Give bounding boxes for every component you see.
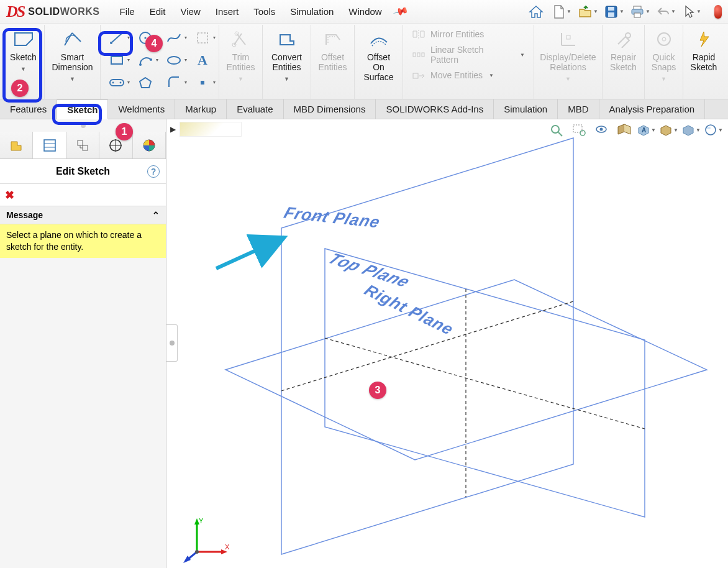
svg-rect-37 [83,145,88,150]
save-button[interactable]: ▼ [603,2,626,21]
tab-simulation[interactable]: Simulation [494,99,558,119]
slot-tool[interactable]: ▾ [103,72,130,93]
print-button[interactable]: ▼ [629,2,652,21]
offset-surface-icon [366,27,392,51]
svg-rect-5 [634,13,640,17]
offset-label: Offset Entities [319,52,347,72]
svg-rect-20 [201,81,204,85]
svg-point-68 [195,550,199,554]
flyout-rail[interactable] [166,324,178,362]
select-button[interactable]: ▼ [681,2,704,21]
graphics-viewport[interactable]: ▶ A▼ ▼ ▼ ▼ Front Plane Top Pla [166,119,728,568]
cursor-icon [684,5,695,19]
polygon-tool[interactable] [132,72,159,93]
svg-rect-16 [110,80,124,86]
svg-point-32 [662,37,666,41]
section-view-button[interactable] [614,121,634,139]
tab-analysis-preparation[interactable]: Analysis Preparation [599,99,706,119]
spline-tool[interactable]: ▾ [160,27,188,48]
menu-bar: DS SOLIDWORKS File Edit View Insert Tool… [0,0,728,24]
undo-button[interactable]: ▼ [655,2,678,21]
svg-line-6 [111,33,122,43]
arc-tool[interactable]: ▾ [132,50,159,71]
smart-dimension-group[interactable]: Smart Dimension ▼ [45,25,101,99]
annotation-badge-1: 1 [116,123,133,140]
point-tool[interactable]: ▾ [189,72,216,93]
menu-file[interactable]: File [113,4,140,19]
rapid-sketch-group[interactable]: Rapid Sketch [683,25,724,99]
open-button[interactable]: ▼ [576,2,600,21]
svg-text:A: A [642,127,646,134]
sketch-label: Sketch [10,52,37,62]
menu-tools[interactable]: Tools [247,4,281,19]
menu-insert[interactable]: Insert [209,4,245,19]
chevron-down-icon: ▼ [70,76,75,82]
zoom-fit-button[interactable] [547,121,566,139]
rectangle-tool[interactable]: ▾ [103,50,130,71]
zoom-area-button[interactable] [569,121,589,139]
chevron-down-icon: ▼ [284,76,289,82]
display-relations-group: Display/Delete Relations ▼ [534,25,603,99]
menu-view[interactable]: View [175,4,207,19]
ribbon-tabs: Features Sketch Weldments Markup Evaluat… [0,99,728,119]
rapid-sketch-icon [691,27,717,51]
linear-pattern: Linear Sketch Pattern ▼ [412,45,525,65]
menu-window[interactable]: Window [342,4,388,19]
relations-icon [555,27,581,51]
expand-tree-icon[interactable]: ▶ [170,125,176,134]
menu-edit[interactable]: Edit [143,4,172,19]
home-button[interactable] [524,2,548,21]
quick-snaps-label: Quick Snaps [652,52,676,72]
side-tab-property-manager[interactable] [33,132,66,158]
tab-mbd-dimensions[interactable]: MBD Dimensions [284,99,376,119]
line-tool[interactable]: ▾ [103,27,130,48]
tab-weldments[interactable]: Weldments [108,99,175,119]
offset-icon [320,27,346,51]
panel-grip-icon[interactable] [81,123,86,128]
view-orientation-button[interactable]: A▼ [636,121,656,139]
svg-rect-36 [78,140,83,145]
quick-snaps-group: Quick Snaps ▼ [645,25,683,99]
appearance-button[interactable]: ▼ [703,121,723,139]
message-header[interactable]: Message ⌃ [0,206,166,224]
hide-show-button[interactable]: ▼ [681,121,701,139]
part-swatch [180,122,242,137]
convert-entities-group[interactable]: Convert Entities ▼ [263,25,311,99]
help-icon[interactable]: ? [147,165,160,178]
tab-markup[interactable]: Markup [175,99,227,119]
chevron-down-icon: ▼ [20,66,26,72]
close-icon[interactable]: ✖ [5,188,14,202]
menu-simulation[interactable]: Simulation [284,4,340,19]
side-tab-config[interactable] [66,132,99,158]
svg-rect-25 [422,53,424,57]
offset-entities-group: Offset Entities [311,25,355,99]
tab-sketch[interactable]: Sketch [57,99,108,119]
side-tab-feature-tree[interactable] [0,132,33,158]
viewport-toolbar: A▼ ▼ ▼ ▼ [547,121,723,139]
chevron-down-icon: ▾ [213,80,216,85]
status-indicator [714,5,722,19]
tab-evaluate[interactable]: Evaluate [227,99,283,119]
chevron-down-icon: ▾ [184,57,187,63]
offset-on-surface-group[interactable]: Offset On Surface [355,25,403,99]
viewport-breadcrumb: ▶ [170,122,242,137]
tab-features[interactable]: Features [0,99,57,119]
new-button[interactable]: ▼ [550,2,574,21]
svg-text:X: X [225,543,230,551]
chevron-down-icon: ▼ [661,76,667,82]
orientation-triad[interactable]: Y X [181,515,231,564]
side-tab-appearances[interactable] [133,132,166,158]
previous-view-button[interactable] [591,121,611,139]
quick-access-toolbar: ▼ ▼ ▼ ▼ ▼ [524,2,722,21]
svg-rect-11 [198,33,207,43]
fillet-tool[interactable]: ▾ [160,72,188,93]
tab-mbd[interactable]: MBD [558,99,599,119]
ellipse-tool[interactable]: ▾ [160,50,188,71]
display-style-button[interactable]: ▼ [658,121,678,139]
plane-tool[interactable]: ▾ [189,27,216,48]
pin-icon[interactable]: 📌 [392,3,409,19]
trim-label: Trim Entities [227,52,255,72]
panel-title: Edit Sketch [56,166,110,177]
tab-addins[interactable]: SOLIDWORKS Add-Ins [376,99,494,119]
text-tool[interactable]: A [189,50,216,71]
